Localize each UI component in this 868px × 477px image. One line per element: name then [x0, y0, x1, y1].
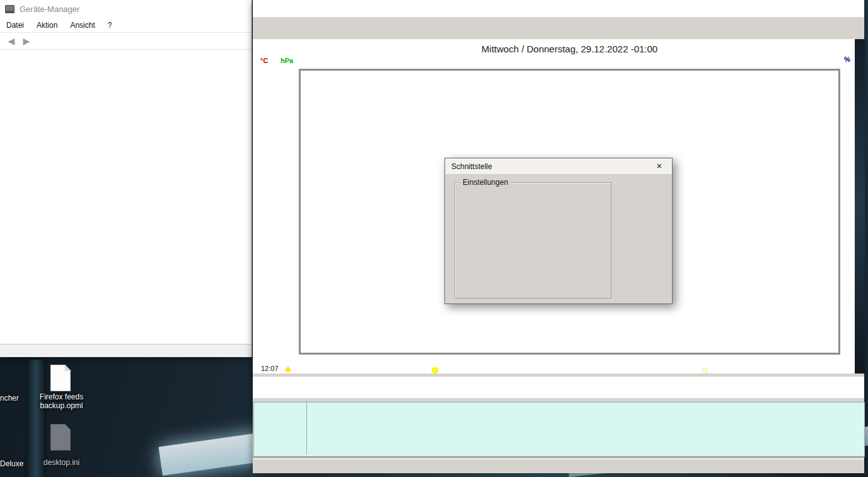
dialog-titlebar[interactable]: Schnittstelle	[445, 158, 672, 175]
schnittstelle-dialog: Schnittstelle × Einstellungen	[444, 158, 673, 304]
desktop-strip	[855, 39, 865, 374]
forward-icon: ▶	[23, 36, 30, 46]
axis-label-celsius: °C	[260, 57, 268, 64]
device-manager-menubar: DateiAktionAnsicht?	[0, 18, 252, 33]
sensor-summary-panel	[253, 402, 865, 457]
sensor-summary-labels	[254, 403, 307, 455]
weather-menubar	[253, 0, 864, 16]
dm-menu-item-?[interactable]: ?	[101, 21, 119, 30]
device-manager-app-icon	[5, 5, 14, 13]
back-icon: ◀	[8, 36, 15, 46]
time-marker: 12:07	[261, 365, 279, 372]
dm-menu-item-aktion[interactable]: Aktion	[30, 21, 64, 30]
document-fold-icon	[65, 365, 71, 371]
chart-title: Mittwoch / Donnerstag, 29.12.2022 -01:00	[301, 44, 838, 54]
dm-menu-item-ansicht[interactable]: Ansicht	[64, 21, 101, 30]
desktop-icon-label-partial: ncher	[0, 394, 21, 403]
desktop-icon-label-partial: Deluxe	[0, 459, 25, 468]
desktop-icon-label: desktop.ini	[25, 458, 98, 467]
sun-triangle-icon	[284, 366, 292, 372]
forward-button[interactable]: ▶	[20, 35, 33, 47]
device-manager-bottom-frame	[0, 344, 252, 357]
device-manager-toolbar: ◀▶	[0, 33, 252, 50]
device-tree	[0, 50, 252, 344]
close-icon[interactable]: ×	[651, 160, 668, 172]
dialog-title: Schnittstelle	[451, 162, 492, 171]
weather-statusbar	[253, 459, 865, 473]
groupbox-label: Einstellungen	[460, 178, 511, 187]
device-manager-titlebar[interactable]: Geräte-Manager	[0, 0, 252, 18]
einstellungen-groupbox: Einstellungen	[454, 182, 611, 298]
axis-label-hpa: hPa	[281, 57, 293, 64]
dm-menu-item-datei[interactable]: Datei	[0, 21, 30, 30]
sunrise-sun-icon	[431, 367, 439, 374]
desktop-icon-label: Firefox feeds backup.opml	[25, 392, 98, 410]
gear-icon	[53, 442, 61, 449]
window-title: Geräte-Manager	[20, 4, 79, 14]
weather-toolbar	[253, 16, 864, 40]
wetterdaten-row	[253, 377, 864, 398]
axis-label-percent: %	[844, 56, 850, 63]
back-button[interactable]: ◀	[4, 35, 18, 47]
sunset-sun-icon	[702, 368, 708, 374]
device-manager-window: Geräte-Manager DateiAktionAnsicht? ◀▶	[0, 0, 252, 357]
